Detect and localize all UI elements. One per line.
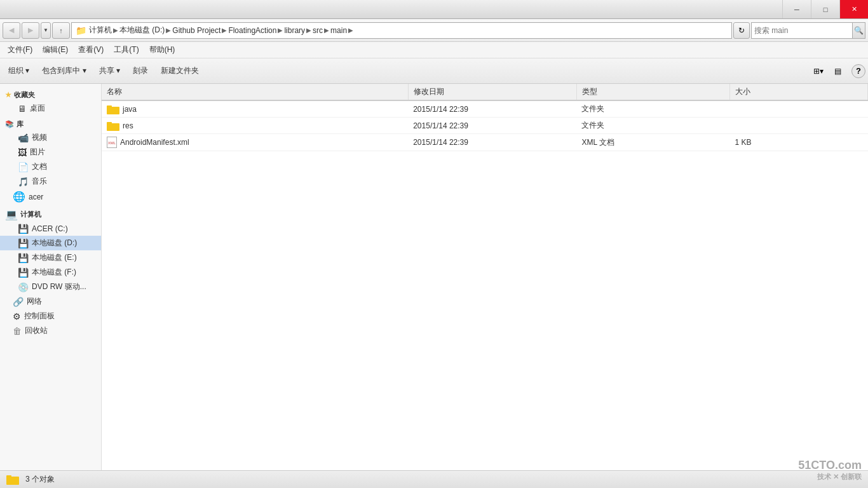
help-icon: ?: [856, 66, 861, 76]
sidebar-item-videos[interactable]: 📹 视频: [0, 130, 101, 145]
sidebar-item-drive-f[interactable]: 💾 本地磁盘 (F:): [0, 265, 101, 280]
include-library-button[interactable]: 包含到库中 ▾: [36, 61, 92, 81]
sidebar-item-music[interactable]: 🎵 音乐: [0, 174, 101, 189]
col-type[interactable]: 类型: [576, 84, 729, 100]
breadcrumb-floatingaction[interactable]: FloatingAction: [228, 26, 276, 35]
acer-icon: 🌐: [13, 191, 25, 203]
search-input[interactable]: [752, 26, 852, 35]
file-name-cell: res: [102, 118, 408, 134]
docs-icon: 📄: [18, 162, 29, 172]
breadcrumb-computer[interactable]: 计算机: [89, 25, 112, 36]
sidebar-item-docs[interactable]: 📄 文档: [0, 159, 101, 174]
file-size-cell: [729, 100, 867, 118]
xml-icon: XML: [107, 137, 117, 148]
address-folder-icon: 📁: [76, 25, 86, 36]
sidebar-item-drive-e[interactable]: 💾 本地磁盘 (E:): [0, 250, 101, 265]
file-size-cell: 1 KB: [729, 134, 867, 151]
new-folder-button[interactable]: 新建文件夹: [155, 61, 205, 81]
col-date[interactable]: 修改日期: [408, 84, 576, 100]
menu-bar: 文件(F) 编辑(E) 查看(V) 工具(T) 帮助(H): [0, 42, 868, 58]
file-table: 名称 修改日期 类型 大小 java 2015/1/14 22:39: [102, 84, 868, 151]
forward-button[interactable]: ▶: [22, 22, 39, 39]
file-name: AndroidManifest.xml: [120, 138, 189, 147]
file-size-cell: [729, 118, 867, 134]
status-count: 3 个对象: [25, 474, 55, 485]
share-button[interactable]: 共享 ▾: [93, 61, 126, 81]
sidebar-favorites-section[interactable]: ★ 收藏夹: [0, 86, 101, 101]
menu-help[interactable]: 帮助(H): [144, 43, 180, 57]
menu-edit[interactable]: 编辑(E): [37, 43, 73, 57]
folder-icon: [107, 121, 119, 131]
breadcrumb-path: 计算机 ▶ 本地磁盘 (D:) ▶ Github Project ▶ Float…: [89, 25, 728, 36]
file-type-cell: 文件夹: [576, 118, 729, 134]
file-name-cell: java: [102, 100, 408, 118]
breadcrumb-src[interactable]: src: [313, 26, 323, 35]
file-date-cell: 2015/1/14 22:39: [408, 100, 576, 118]
refresh-button[interactable]: ↻: [733, 22, 750, 39]
help-button[interactable]: ?: [851, 64, 865, 78]
close-button[interactable]: ✕: [839, 0, 868, 18]
sidebar-item-drive-c[interactable]: 💾 ACER (C:): [0, 222, 101, 236]
file-area: 名称 修改日期 类型 大小 java 2015/1/14 22:39: [102, 84, 868, 470]
control-panel-icon: ⚙: [13, 311, 21, 322]
music-icon: 🎵: [18, 177, 29, 187]
minimize-button[interactable]: ─: [782, 0, 811, 18]
address-bar: ◀ ▶ ▼ ↑ 📁 计算机 ▶ 本地磁盘 (D:) ▶ Github Proje…: [0, 19, 868, 42]
history-dropdown[interactable]: ▼: [41, 22, 51, 39]
table-row[interactable]: XML AndroidManifest.xml 2015/1/14 22:39 …: [102, 134, 868, 151]
sidebar-item-network[interactable]: 🔗 网络: [0, 294, 101, 309]
table-row[interactable]: res 2015/1/14 22:39 文件夹: [102, 118, 868, 134]
library-icon: 📚: [5, 120, 14, 128]
svg-rect-1: [107, 105, 112, 108]
sidebar-computer-section[interactable]: 💻 计算机: [0, 205, 101, 222]
breadcrumb-main[interactable]: main: [330, 26, 347, 35]
breadcrumb-library[interactable]: library: [284, 26, 305, 35]
sidebar-item-recycle[interactable]: 🗑 回收站: [0, 323, 101, 338]
file-date-cell: 2015/1/14 22:39: [408, 134, 576, 151]
address-box[interactable]: 📁 计算机 ▶ 本地磁盘 (D:) ▶ Github Project ▶ Flo…: [71, 22, 732, 39]
breadcrumb-drive-d[interactable]: 本地磁盘 (D:): [119, 25, 165, 36]
file-type-cell: 文件夹: [576, 100, 729, 118]
maximize-button[interactable]: □: [811, 0, 839, 18]
sidebar-item-dvd[interactable]: 💿 DVD RW 驱动...: [0, 280, 101, 294]
dvd-icon: 💿: [18, 282, 29, 292]
file-type-cell: XML 文档: [576, 134, 729, 151]
search-button[interactable]: 🔍: [852, 23, 865, 38]
sidebar-library-section[interactable]: 📚 库: [0, 116, 101, 130]
file-name: java: [123, 105, 137, 114]
sidebar-item-control[interactable]: ⚙ 控制面板: [0, 309, 101, 323]
details-view-button[interactable]: ▤: [829, 62, 846, 80]
menu-tools[interactable]: 工具(T): [109, 43, 144, 57]
menu-view[interactable]: 查看(V): [73, 43, 109, 57]
title-bar: ─ □ ✕: [0, 0, 868, 19]
star-icon: ★: [5, 91, 11, 99]
file-name: res: [123, 121, 133, 130]
images-icon: 🖼: [18, 147, 27, 158]
sidebar-item-desktop[interactable]: 🖥 桌面: [0, 101, 101, 116]
drive-c-icon: 💾: [18, 224, 29, 234]
drive-e-icon: 💾: [18, 253, 29, 263]
col-name[interactable]: 名称: [102, 84, 408, 100]
status-folder-icon: [5, 472, 20, 487]
organize-button[interactable]: 组织 ▾: [3, 61, 35, 81]
main-area: ★ 收藏夹 🖥 桌面 📚 库 📹 视频 🖼 图片 📄 文档 🎵 音乐 🌐: [0, 84, 868, 470]
sidebar: ★ 收藏夹 🖥 桌面 📚 库 📹 视频 🖼 图片 📄 文档 🎵 音乐 🌐: [0, 84, 102, 470]
sidebar-item-drive-d[interactable]: 💾 本地磁盘 (D:): [0, 236, 101, 250]
view-toggle-button[interactable]: ⊞▾: [810, 62, 827, 80]
desktop-icon: 🖥: [18, 104, 27, 114]
toolbar-right: ⊞▾ ▤ ?: [810, 62, 865, 80]
burn-button[interactable]: 刻录: [127, 61, 154, 81]
sidebar-item-images[interactable]: 🖼 图片: [0, 145, 101, 159]
table-row[interactable]: java 2015/1/14 22:39 文件夹: [102, 100, 868, 118]
drive-f-icon: 💾: [18, 268, 29, 278]
breadcrumb-github[interactable]: Github Project: [172, 26, 220, 35]
back-button[interactable]: ◀: [3, 22, 20, 39]
status-bar: 3 个对象: [0, 470, 868, 488]
sidebar-item-acer[interactable]: 🌐 acer: [0, 189, 101, 205]
details-icon: ▤: [834, 67, 841, 76]
menu-file[interactable]: 文件(F): [3, 43, 37, 57]
recycle-icon: 🗑: [13, 326, 22, 336]
view-icon: ⊞▾: [813, 67, 824, 76]
up-button[interactable]: ↑: [52, 22, 70, 39]
col-size[interactable]: 大小: [729, 84, 867, 100]
